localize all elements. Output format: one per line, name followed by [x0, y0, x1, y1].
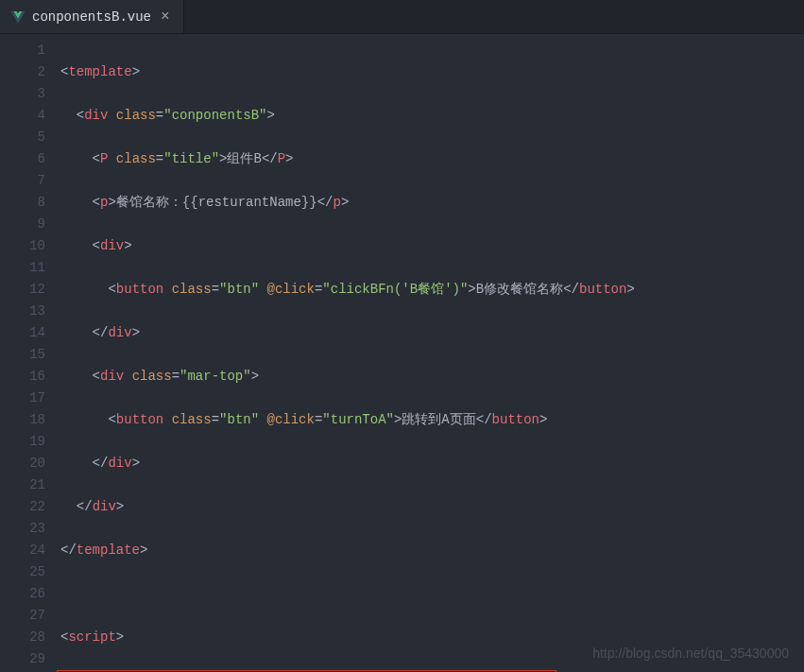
- line-number: 13: [0, 301, 45, 322]
- code-line: <p>餐馆名称：{{resturantName}}</p>: [60, 192, 804, 214]
- line-number: 10: [0, 235, 45, 257]
- line-number: 29: [0, 648, 45, 670]
- line-number: 22: [0, 496, 45, 518]
- line-number: 3: [0, 83, 45, 105]
- line-number: 27: [0, 605, 45, 627]
- code-line: </div>: [60, 322, 804, 344]
- line-number: 5: [0, 127, 45, 148]
- code-line: </div>: [60, 496, 804, 518]
- close-icon[interactable]: ×: [159, 9, 172, 26]
- tab-bar: conponentsB.vue ×: [0, 0, 804, 34]
- line-number: 6: [0, 148, 45, 170]
- line-number: 1: [0, 40, 45, 61]
- line-number: 24: [0, 540, 45, 561]
- line-number-gutter: 1 2 3 4 5 6 7 8 9 10 11 12 13 14 15 16 1…: [0, 34, 60, 672]
- line-number: 23: [0, 518, 45, 540]
- code-line: <P class="title">组件B</P>: [60, 148, 804, 170]
- line-number: 21: [0, 474, 45, 496]
- code-line: <div class="conponentsB">: [60, 105, 804, 127]
- line-number: 14: [0, 322, 45, 344]
- code-line: <button class="btn" @click="clickBFn('B餐…: [60, 279, 804, 301]
- line-number: 16: [0, 366, 45, 388]
- line-number: 11: [0, 257, 45, 279]
- line-number: 15: [0, 344, 45, 366]
- line-number: 26: [0, 583, 45, 605]
- vue-logo-icon: [11, 10, 25, 24]
- tab-active[interactable]: conponentsB.vue ×: [0, 0, 184, 33]
- line-number: 17: [0, 388, 45, 409]
- code-line: <template>: [60, 61, 804, 83]
- code-line: <div>: [60, 235, 804, 257]
- line-number: 4: [0, 105, 45, 127]
- code-line: <button class="btn" @click="turnToA">跳转到…: [60, 409, 804, 431]
- line-number: 19: [0, 431, 45, 453]
- line-number: 20: [0, 453, 45, 474]
- code-line: <script>: [60, 627, 804, 648]
- code-editor[interactable]: 1 2 3 4 5 6 7 8 9 10 11 12 13 14 15 16 1…: [0, 34, 804, 672]
- code-line: </template>: [60, 540, 804, 561]
- line-number: 2: [0, 61, 45, 83]
- line-number: 18: [0, 409, 45, 431]
- line-number: 8: [0, 192, 45, 214]
- code-area[interactable]: <template> <div class="conponentsB"> <P …: [60, 34, 804, 672]
- line-number: 9: [0, 214, 45, 235]
- line-number: 28: [0, 627, 45, 648]
- line-number: 25: [0, 561, 45, 583]
- line-number: 12: [0, 279, 45, 301]
- code-line: <div class="mar-top">: [60, 366, 804, 388]
- code-line: </div>: [60, 453, 804, 474]
- line-number: 7: [0, 170, 45, 192]
- tab-title: conponentsB.vue: [32, 9, 151, 25]
- code-line: [60, 583, 804, 605]
